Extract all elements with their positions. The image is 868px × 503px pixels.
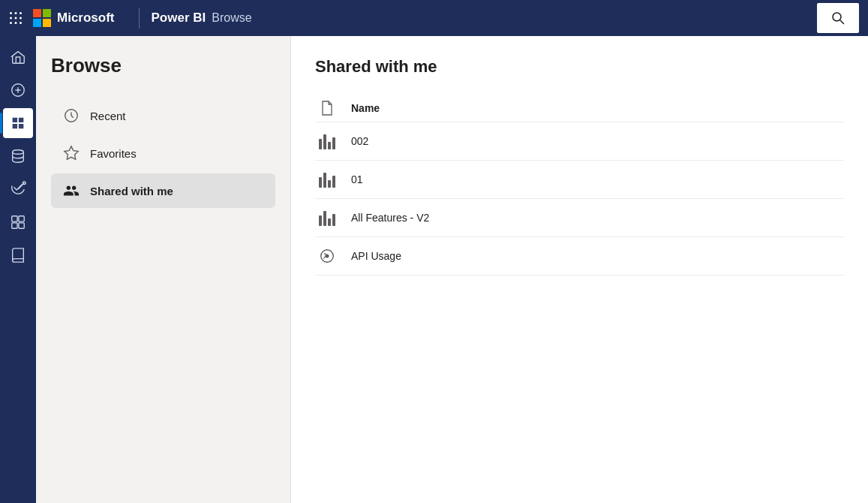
table-row[interactable]: All Features - V2 <box>315 199 844 237</box>
svg-rect-19 <box>19 223 24 228</box>
topbar: Microsoft Power BI Browse <box>0 0 868 36</box>
table-row[interactable]: 01 <box>315 161 844 199</box>
app-name: Power BI <box>152 11 206 26</box>
svg-point-0 <box>10 12 12 14</box>
shared-label: Shared with me <box>90 185 173 197</box>
header-icon-col <box>315 101 339 116</box>
svg-point-6 <box>10 22 12 24</box>
recent-label: Recent <box>90 110 126 122</box>
icon-sidebar <box>0 36 36 503</box>
favorites-icon <box>63 145 80 161</box>
row-icon-api-usage <box>315 248 339 264</box>
shared-table: Name 002 <box>291 89 868 503</box>
row-name-002: 002 <box>351 135 368 147</box>
bar-chart-icon <box>319 133 335 149</box>
svg-rect-18 <box>12 223 17 228</box>
bar-chart-icon <box>319 171 335 188</box>
recent-icon <box>63 107 80 124</box>
svg-rect-17 <box>19 216 24 221</box>
shared-icon <box>63 182 80 199</box>
browse-panel: Browse Recent Favorites Shared with me <box>36 36 291 503</box>
nav-goals[interactable] <box>3 174 33 204</box>
nav-learn[interactable] <box>3 240 33 270</box>
nav-create[interactable] <box>3 75 33 105</box>
content-header: Shared with me <box>291 36 868 89</box>
svg-rect-16 <box>12 216 17 221</box>
nav-data-hub[interactable] <box>3 141 33 171</box>
microsoft-logo: Microsoft <box>33 9 115 27</box>
browse-nav-shared[interactable]: Shared with me <box>51 173 275 208</box>
svg-point-8 <box>20 22 22 24</box>
table-row[interactable]: 002 <box>315 122 844 161</box>
search-button[interactable] <box>817 3 859 33</box>
ms-logo-squares <box>33 9 51 27</box>
browse-nav-favorites[interactable]: Favorites <box>51 136 275 170</box>
row-icon-all-features <box>315 209 339 226</box>
favorites-label: Favorites <box>90 147 137 160</box>
bar-chart-icon <box>319 209 335 226</box>
svg-marker-21 <box>65 146 78 159</box>
search-icon <box>830 11 845 26</box>
main-layout: Browse Recent Favorites Shared with me <box>0 36 868 503</box>
page-name: Browse <box>212 11 251 25</box>
svg-point-14 <box>13 150 24 155</box>
browse-nav-recent[interactable]: Recent <box>51 98 275 133</box>
nav-home[interactable] <box>3 42 33 72</box>
nav-apps[interactable] <box>3 207 33 237</box>
row-icon-002 <box>315 133 339 149</box>
topbar-divider <box>139 8 140 29</box>
nav-browse[interactable] <box>3 108 33 138</box>
row-name-all-features: All Features - V2 <box>351 212 429 224</box>
svg-point-7 <box>15 22 17 24</box>
svg-line-10 <box>840 20 844 24</box>
browse-title: Browse <box>51 54 275 77</box>
grid-icon[interactable] <box>9 11 23 25</box>
svg-point-9 <box>833 13 841 21</box>
file-header-icon <box>320 101 334 116</box>
gauge-icon <box>319 248 335 264</box>
svg-point-5 <box>20 17 22 20</box>
table-row[interactable]: API Usage <box>315 237 844 276</box>
content-panel: Shared with me Name <box>291 36 868 503</box>
svg-point-2 <box>20 12 22 14</box>
svg-point-4 <box>15 17 17 20</box>
row-name-01: 01 <box>351 173 363 185</box>
svg-point-3 <box>10 17 12 20</box>
table-header: Name <box>315 95 844 122</box>
brand-name: Microsoft <box>57 11 115 26</box>
svg-point-1 <box>15 12 17 14</box>
header-name-col: Name <box>351 102 380 114</box>
content-title: Shared with me <box>315 57 844 77</box>
row-name-api-usage: API Usage <box>351 250 401 262</box>
row-icon-01 <box>315 171 339 188</box>
